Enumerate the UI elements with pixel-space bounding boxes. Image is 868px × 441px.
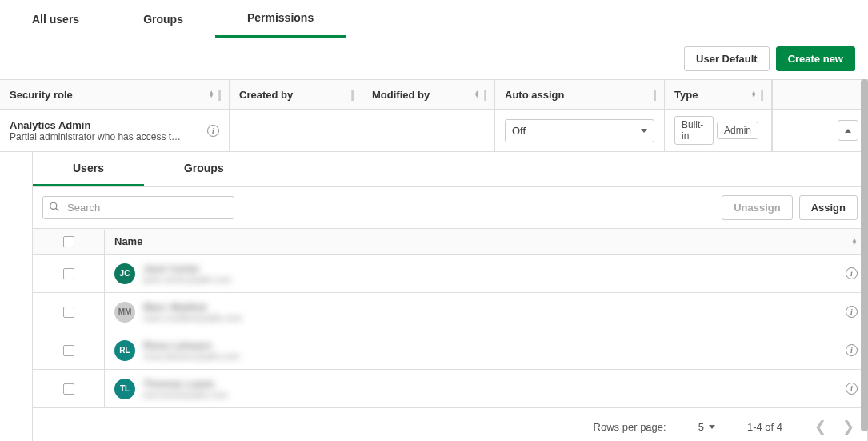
users-header: Name ▲▼ [33, 229, 867, 255]
user-checkbox[interactable] [63, 345, 74, 356]
chevron-up-icon [845, 129, 851, 133]
search-icon [49, 201, 60, 214]
role-description: Partial administrator who has access t… [10, 131, 194, 142]
user-row[interactable]: JC Jack Carter jack.carter@qlik.com i [33, 255, 867, 293]
column-label: Type [674, 89, 698, 101]
nested-tab-groups[interactable]: Groups [144, 152, 264, 186]
type-tag-admin: Admin [717, 122, 758, 139]
info-icon[interactable]: i [207, 125, 219, 137]
info-icon[interactable]: i [846, 267, 858, 279]
search-input[interactable] [42, 196, 234, 219]
role-row[interactable]: Analytics Admin Partial administrator wh… [0, 110, 868, 152]
column-label: Auto assign [505, 89, 564, 101]
info-icon[interactable]: i [846, 306, 858, 318]
sort-icon[interactable]: ▲▼ [208, 91, 214, 98]
user-row[interactable]: MM Marc Mailbot marc.mailbot@qlik.com i [33, 293, 867, 331]
pagination-range: 1-4 of 4 [747, 421, 782, 433]
chevron-down-icon [641, 129, 647, 133]
avatar: JC [114, 263, 135, 284]
rows-per-page-select[interactable]: 5 [698, 421, 715, 433]
info-icon[interactable]: i [846, 344, 858, 356]
resize-handle-icon[interactable]: || [483, 88, 485, 101]
svg-line-1 [56, 208, 59, 211]
column-actions [772, 80, 868, 109]
column-label: Created by [239, 89, 293, 101]
nested-panel: Users Groups Unassign Assign Name ▲▼ JC [32, 152, 868, 441]
name-column-label: Name [114, 235, 142, 247]
resize-handle-icon[interactable]: || [653, 88, 654, 101]
user-row[interactable]: TL Thomas Lewis tom.lewis@qlik.com i [33, 370, 867, 408]
user-row[interactable]: RL Rena Lahearn rena.lahearn@qlik.com i [33, 331, 867, 370]
user-identity: Rena Lahearn rena.lahearn@qlik.com [143, 339, 240, 361]
avatar: RL [114, 340, 135, 361]
grid-header: Security role ▲▼ || Created by || Modifi… [0, 80, 868, 110]
column-label: Security role [10, 89, 73, 101]
user-identity: Thomas Lewis tom.lewis@qlik.com [143, 378, 227, 399]
type-tag-builtin: Built-in [674, 116, 714, 145]
cell-created-by [230, 110, 362, 151]
user-checkbox[interactable] [63, 383, 74, 395]
tab-all-users[interactable]: All users [0, 0, 111, 38]
user-identity: Jack Carter jack.carter@qlik.com [143, 263, 231, 284]
avatar: TL [114, 379, 135, 399]
column-type[interactable]: Type ▲▼ || [665, 80, 772, 109]
pagination: Rows per page: 5 1-4 of 4 ❮ ❯ [33, 408, 867, 441]
column-created-by[interactable]: Created by || [230, 80, 362, 109]
user-checkbox[interactable] [63, 307, 74, 318]
resize-handle-icon[interactable]: || [350, 88, 352, 101]
sort-icon[interactable]: ▲▼ [750, 91, 757, 98]
avatar: MM [114, 302, 135, 323]
toolbar: User Default Create new [0, 38, 868, 80]
nested-tabs: Users Groups [33, 152, 867, 187]
user-checkbox[interactable] [63, 268, 74, 279]
next-page-button[interactable]: ❯ [842, 418, 854, 435]
auto-assign-dropdown[interactable]: Off [505, 119, 654, 142]
sort-icon[interactable]: ▲▼ [474, 91, 480, 98]
resize-handle-icon[interactable]: || [218, 88, 219, 101]
cell-modified-by [362, 110, 495, 151]
assign-button[interactable]: Assign [799, 195, 858, 220]
column-label: Modified by [372, 89, 430, 101]
user-default-button[interactable]: User Default [684, 46, 770, 71]
column-security-role[interactable]: Security role ▲▼ || [0, 80, 230, 109]
column-auto-assign[interactable]: Auto assign || [495, 80, 665, 109]
create-new-button[interactable]: Create new [776, 46, 855, 71]
unassign-button[interactable]: Unassign [722, 195, 793, 220]
resize-handle-icon[interactable]: || [760, 88, 762, 101]
chevron-down-icon [709, 425, 715, 429]
rows-per-page-label: Rows per page: [594, 421, 666, 433]
sort-icon[interactable]: ▲▼ [851, 239, 858, 245]
collapse-button[interactable] [838, 120, 858, 141]
scrollbar-thumb[interactable] [861, 79, 868, 431]
tab-permissions[interactable]: Permissions [215, 0, 346, 38]
svg-point-0 [50, 202, 57, 209]
user-identity: Marc Mailbot marc.mailbot@qlik.com [143, 301, 242, 323]
tab-groups[interactable]: Groups [111, 0, 215, 38]
scrollbar[interactable] [861, 79, 868, 431]
dropdown-value: Off [512, 125, 526, 137]
select-all-checkbox[interactable] [63, 236, 74, 247]
nested-tab-users[interactable]: Users [33, 152, 144, 186]
info-icon[interactable]: i [846, 383, 858, 395]
nested-toolbar: Unassign Assign [33, 187, 867, 229]
top-tabs: All users Groups Permissions [0, 0, 868, 38]
prev-page-button[interactable]: ❮ [814, 418, 826, 435]
role-title: Analytics Admin [10, 119, 207, 131]
column-modified-by[interactable]: Modified by ▲▼ || [362, 80, 495, 109]
